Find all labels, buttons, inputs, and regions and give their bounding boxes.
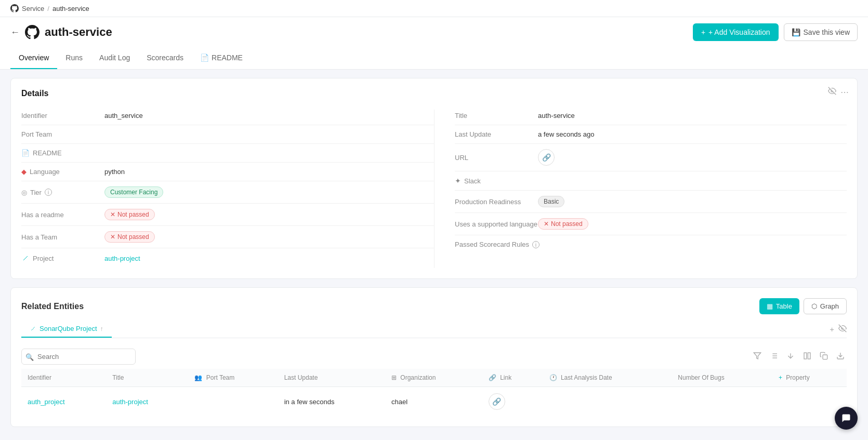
main-tabs: Overview Runs Audit Log Scorecards 📄 REA… <box>0 47 868 70</box>
details-right-col: Title auth-service Last Update a few sec… <box>434 106 847 268</box>
has-team-badge: ✕ Not passed <box>104 231 155 243</box>
scorecard-info-icon: i <box>532 241 540 248</box>
tab-readme[interactable]: 📄 README <box>192 47 251 69</box>
sub-tab-sonarqube[interactable]: ⟋ SonarQube Project ↑ <box>21 321 112 338</box>
row-port-team <box>188 387 278 417</box>
link-col-icon: 🔗 <box>489 374 496 381</box>
detail-title: Title auth-service <box>455 106 847 125</box>
supported-language-badge: ✕ Not passed <box>538 218 588 230</box>
search-wrapper: 🔍 <box>21 349 136 365</box>
plus-col-icon: + <box>779 374 782 381</box>
slack-icon: ✦ <box>455 177 461 185</box>
plus-icon: + <box>701 28 705 36</box>
details-card: Details ⋯ Identifier auth_service P <box>10 78 858 279</box>
row-link-button[interactable]: 🔗 <box>489 393 505 410</box>
language-icon: ◆ <box>21 168 27 176</box>
svg-marker-2 <box>754 353 760 359</box>
add-sub-tab-button[interactable]: + <box>830 324 834 334</box>
row-organization: chael <box>385 387 482 417</box>
details-card-title: Details <box>21 89 847 98</box>
sub-tab-bar: ⟋ SonarQube Project ↑ + <box>21 321 847 338</box>
detail-url: URL 🔗 <box>455 144 847 171</box>
col-num-bugs: Number Of Bugs <box>672 369 772 387</box>
breadcrumb-sep: / <box>47 5 49 12</box>
row-title: auth-project <box>106 387 188 417</box>
detail-slack: ✦ Slack <box>455 171 847 191</box>
detail-supported-language: Uses a supported language ✕ Not passed <box>455 213 847 235</box>
readme-tab-icon: 📄 <box>200 54 209 62</box>
tab-overview[interactable]: Overview <box>10 47 57 69</box>
related-entities-title: Related Entities <box>21 302 84 311</box>
has-readme-badge: ✕ Not passed <box>104 209 155 220</box>
row-identifier: auth_project <box>21 387 106 417</box>
breadcrumb: Service / auth-service <box>10 4 89 12</box>
eye-off-icon[interactable] <box>828 87 836 97</box>
tab-scorecards[interactable]: Scorecards <box>138 47 192 69</box>
detail-last-update: Last Update a few seconds ago <box>455 125 847 144</box>
row-num-bugs <box>672 387 772 417</box>
tier-badge: Customer Facing <box>104 186 163 198</box>
not-passed-icon-3: ✕ <box>544 220 549 228</box>
github-logo-icon <box>25 25 40 39</box>
search-input[interactable] <box>21 349 136 365</box>
url-button[interactable]: 🔗 <box>538 149 555 166</box>
svg-rect-11 <box>808 353 810 359</box>
copy-button[interactable] <box>818 350 830 364</box>
search-icon: 🔍 <box>25 353 34 361</box>
detail-readme: 📄 README <box>21 144 434 163</box>
col-organization: ⊞ Organization <box>385 369 482 387</box>
sub-tab-actions: + <box>830 324 847 334</box>
top-bar: Service / auth-service <box>0 0 868 17</box>
related-entities-table: Identifier Title 👥 Port Team Last Update… <box>21 369 847 416</box>
project-icon: ⟋ <box>21 254 30 263</box>
readme-label-icon: 📄 <box>21 149 30 157</box>
detail-has-team: Has a Team ✕ Not passed <box>21 226 434 248</box>
graph-view-button[interactable]: ⬡ Graph <box>804 298 847 314</box>
production-readiness-badge: Basic <box>538 196 564 207</box>
page-title: auth-service <box>45 25 112 39</box>
back-button[interactable]: ← <box>10 27 20 38</box>
save-view-button[interactable]: 💾 Save this view <box>784 23 858 41</box>
tier-icon: ◎ <box>21 189 27 196</box>
group-button[interactable] <box>768 350 780 364</box>
row-identifier-link[interactable]: auth_project <box>28 398 65 406</box>
table-icon: ▦ <box>767 302 773 310</box>
tab-runs[interactable]: Runs <box>57 47 91 69</box>
download-button[interactable] <box>834 350 847 364</box>
team-col-icon: 👥 <box>194 374 202 381</box>
chat-bubble[interactable] <box>835 407 858 430</box>
detail-project: ⟋ Project auth-project <box>21 248 434 268</box>
tab-audit-log[interactable]: Audit Log <box>91 47 138 69</box>
hide-sub-tab-button[interactable] <box>838 324 847 334</box>
table-view-button[interactable]: ▦ Table <box>759 298 799 314</box>
project-link[interactable]: auth-project <box>104 255 140 262</box>
table-row: auth_project auth-project in a few secon… <box>21 387 847 417</box>
breadcrumb-current: auth-service <box>52 5 89 12</box>
row-property <box>772 387 847 417</box>
not-passed-icon: ✕ <box>110 211 115 218</box>
related-entities-card: Related Entities ▦ Table ⬡ Graph ⟋ Sonar… <box>10 287 858 427</box>
detail-production-readiness: Production Readiness Basic <box>455 191 847 213</box>
details-grid: Identifier auth_service Port Team 📄 READ… <box>21 106 847 268</box>
breadcrumb-service[interactable]: Service <box>22 5 44 12</box>
page-header: ← auth-service + + Add Visualization 💾 S… <box>0 17 868 47</box>
col-last-update: Last Update <box>278 369 385 387</box>
github-icon <box>10 4 19 12</box>
svg-rect-10 <box>804 353 807 359</box>
columns-button[interactable] <box>801 350 813 364</box>
col-title: Title <box>106 369 188 387</box>
save-icon: 💾 <box>792 28 800 36</box>
search-toolbar-row: 🔍 <box>21 344 847 369</box>
more-options-icon[interactable]: ⋯ <box>840 87 849 97</box>
add-visualization-button[interactable]: + + Add Visualization <box>693 23 779 41</box>
detail-language: ◆ Language python <box>21 163 434 181</box>
sort-button[interactable] <box>784 350 797 364</box>
detail-passed-scorecard: Passed Scorecard Rules i <box>455 235 847 254</box>
main-content: Details ⋯ Identifier auth_service P <box>0 70 868 435</box>
sort-asc-icon: ↑ <box>100 325 103 332</box>
filter-button[interactable] <box>751 350 764 364</box>
related-header: Related Entities ▦ Table ⬡ Graph <box>21 298 847 314</box>
graph-icon: ⬡ <box>811 302 817 310</box>
clock-col-icon: 🕐 <box>549 374 557 381</box>
row-title-link[interactable]: auth-project <box>112 398 148 406</box>
